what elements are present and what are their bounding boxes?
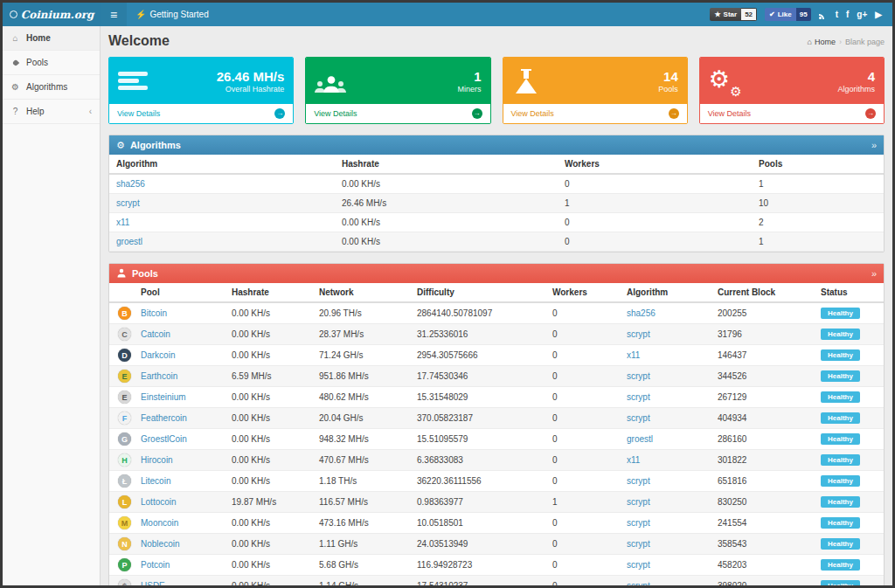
algorithm-link[interactable]: scrypt	[116, 198, 140, 208]
pool-algorithm-link[interactable]: sha256	[627, 308, 656, 318]
pool-algorithm-link[interactable]: x11	[627, 455, 640, 465]
sidebar-item-pools[interactable]: Pools	[3, 51, 100, 75]
rss-icon[interactable]	[819, 10, 828, 19]
algorithm-link[interactable]: groestl	[116, 237, 142, 246]
status-badge: Healthy	[821, 391, 860, 403]
home-icon: ⌂	[808, 38, 812, 46]
google-plus-icon[interactable]: g+	[857, 10, 867, 19]
pool-difficulty: 31.25336016	[410, 324, 545, 345]
sidebar-item-help[interactable]: ? Help ‹	[3, 100, 100, 124]
pool-algorithm-link[interactable]: scrypt	[627, 560, 650, 570]
pool-workers: 0	[545, 429, 620, 450]
pool-row: H Hirocoin 0.00 KH/s 470.67 MH/s 6.36833…	[109, 450, 884, 471]
col-network: Network	[312, 283, 410, 302]
pool-difficulty: 36220.36111556	[410, 471, 545, 492]
brand-logo[interactable]: Coinium.org	[3, 3, 101, 26]
pool-algorithm-link[interactable]: scrypt	[627, 329, 650, 339]
top-navbar: Coinium.org ≡ ⚡ Getting Started ★ Star 5…	[3, 3, 892, 26]
like-label: Like	[778, 10, 792, 18]
col-workers: Workers	[558, 155, 752, 174]
pool-network: 1.11 GH/s	[312, 534, 410, 555]
pool-name-link[interactable]: GroestlCoin	[141, 434, 187, 444]
pool-workers: 0	[545, 513, 620, 534]
pool-row: F Feathercoin 0.00 KH/s 20.04 GH/s 370.0…	[109, 408, 884, 429]
pool-algorithm-link[interactable]: scrypt	[627, 581, 650, 585]
youtube-icon[interactable]: ▶	[875, 10, 882, 19]
view-details-link[interactable]: View Details	[109, 104, 293, 123]
pool-name-link[interactable]: Earthcoin	[141, 371, 177, 381]
pool-network: 28.37 MH/s	[312, 324, 410, 345]
pool-hashrate: 0.00 KH/s	[225, 534, 312, 555]
pool-current-block: 458203	[711, 555, 814, 576]
pool-network: 1.18 TH/s	[312, 471, 410, 492]
pool-name-link[interactable]: Potcoin	[141, 560, 170, 570]
collapse-chevron-icon[interactable]: »	[871, 140, 877, 150]
pool-algorithm-link[interactable]: scrypt	[627, 518, 650, 528]
sidebar-item-algorithms[interactable]: ⚙ Algorithms	[3, 75, 100, 100]
pool-algorithm-link[interactable]: scrypt	[627, 476, 650, 486]
home-icon: ⌂	[10, 33, 20, 43]
pool-name-link[interactable]: Hirocoin	[141, 455, 173, 465]
stat-cards-row: 26.46 MH/s Overall Hashrate View Details	[108, 57, 885, 124]
pool-row: B Bitcoin 0.00 KH/s 20.96 TH/s 2864140.5…	[109, 302, 884, 324]
pool-name-link[interactable]: Lottocoin	[141, 497, 177, 507]
pool-workers: 0	[545, 387, 620, 408]
sidebar-toggle-button[interactable]: ≡	[101, 3, 127, 26]
twitter-icon[interactable]: t	[836, 10, 838, 19]
pool-current-block: 344526	[711, 366, 814, 387]
pool-name-link[interactable]: Einsteinium	[141, 392, 186, 402]
pool-difficulty: 15.51095579	[410, 429, 545, 450]
algorithms-panel-title: Algorithms	[130, 140, 181, 150]
flask-icon	[512, 68, 551, 94]
pool-workers: 0	[545, 534, 620, 555]
pool-current-block: 358543	[711, 534, 814, 555]
pool-network: 480.62 MH/s	[312, 387, 410, 408]
pool-name-link[interactable]: Noblecoin	[141, 539, 179, 549]
pool-name-link[interactable]: Feathercoin	[141, 413, 187, 423]
breadcrumb-home-link[interactable]: ⌂ Home	[808, 38, 836, 46]
status-badge: Healthy	[821, 580, 860, 585]
pool-name-link[interactable]: USDE	[141, 581, 165, 585]
getting-started-label: Getting Started	[149, 10, 208, 19]
pool-algorithm-link[interactable]: groestl	[627, 434, 653, 444]
collapse-chevron-icon[interactable]: »	[871, 268, 877, 279]
pool-algorithm-link[interactable]: scrypt	[627, 497, 650, 507]
view-details-link[interactable]: View Details	[700, 104, 884, 123]
sidebar-item-home[interactable]: ⌂ Home	[3, 26, 100, 51]
star-icon: ★	[714, 10, 720, 18]
stat-card-miners: 1 Miners View Details	[305, 57, 490, 124]
getting-started-link[interactable]: ⚡ Getting Started	[127, 3, 218, 26]
pool-hashrate: 0.00 KH/s	[225, 576, 312, 586]
facebook-like-button[interactable]: ✔ Like 95	[765, 8, 811, 21]
pool-algorithm-link[interactable]: scrypt	[627, 371, 650, 381]
pool-algorithm-link[interactable]: scrypt	[627, 413, 650, 423]
algorithm-link[interactable]: x11	[116, 218, 129, 227]
pool-hashrate: 0.00 KH/s	[225, 408, 312, 429]
pool-name-link[interactable]: Darkcoin	[141, 350, 175, 360]
pool-name-link[interactable]: Bitcoin	[141, 308, 167, 318]
coin-icon: E	[118, 391, 131, 404]
pool-workers: 0	[545, 366, 620, 387]
coin-icon: D	[118, 349, 131, 362]
pool-name-link[interactable]: Litecoin	[141, 476, 170, 486]
view-details-link[interactable]: View Details	[306, 104, 489, 123]
pool-algorithm-link[interactable]: scrypt	[627, 539, 650, 549]
algorithm-link[interactable]: sha256	[116, 179, 145, 189]
algorithm-pools: 2	[752, 213, 884, 232]
pool-difficulty: 17.54310237	[410, 576, 545, 586]
status-badge: Healthy	[821, 349, 860, 361]
pool-workers: 0	[545, 471, 620, 492]
facebook-icon[interactable]: f	[846, 10, 849, 19]
pool-name-link[interactable]: Catcoin	[141, 329, 170, 339]
pool-name-link[interactable]: Mooncoin	[141, 518, 178, 528]
pool-workers: 0	[545, 408, 620, 429]
col-pool: Pool	[134, 283, 225, 302]
view-details-link[interactable]: View Details	[503, 104, 687, 123]
github-star-button[interactable]: ★ Star 52	[710, 8, 757, 21]
pool-row: D Darkcoin 0.00 KH/s 71.24 GH/s 2954.305…	[109, 345, 884, 366]
algorithm-row: sha256 0.00 KH/s 0 1	[109, 174, 884, 194]
pool-hashrate: 0.00 KH/s	[225, 324, 312, 345]
pool-algorithm-link[interactable]: x11	[627, 350, 640, 360]
stat-value: 1	[457, 69, 481, 85]
pool-algorithm-link[interactable]: scrypt	[627, 392, 650, 402]
